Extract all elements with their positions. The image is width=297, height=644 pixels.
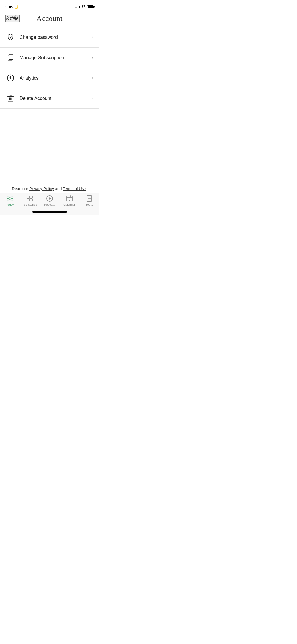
change-password-item[interactable]: Change password › <box>0 27 99 48</box>
svg-line-22 <box>8 200 8 201</box>
status-time: 5:05 🌙 <box>5 5 18 9</box>
status-icons <box>75 5 94 9</box>
chevron-icon: › <box>92 96 93 101</box>
tab-podcast[interactable]: Podca... <box>40 195 59 206</box>
svg-rect-35 <box>70 199 71 199</box>
svg-line-21 <box>12 196 12 197</box>
tab-top-stories[interactable]: Top Stories <box>20 195 40 206</box>
svg-rect-33 <box>68 199 68 199</box>
moon-icon: 🌙 <box>14 5 18 9</box>
svg-rect-25 <box>27 199 30 201</box>
layers-icon <box>6 53 15 62</box>
tab-today[interactable]: Today <box>0 195 20 206</box>
lock-shield-icon <box>6 33 15 42</box>
svg-marker-28 <box>49 197 51 200</box>
chevron-icon: › <box>92 76 93 80</box>
tab-bookmarks[interactable]: Boo... <box>79 195 99 206</box>
svg-rect-26 <box>30 199 32 201</box>
svg-rect-23 <box>27 196 30 198</box>
svg-point-14 <box>9 197 11 200</box>
chevron-icon: › <box>92 35 93 40</box>
today-icon <box>7 195 13 202</box>
svg-point-0 <box>83 8 84 8</box>
signal-icon <box>75 5 80 8</box>
calendar-label: Calendar <box>63 203 75 206</box>
wifi-icon <box>81 5 86 9</box>
trash-icon <box>6 94 15 103</box>
nav-header: &#� Account <box>0 12 99 27</box>
calendar-icon <box>66 195 73 202</box>
svg-rect-4 <box>9 54 13 59</box>
delete-account-item[interactable]: Delete Account › <box>0 88 99 109</box>
svg-rect-37 <box>69 200 70 201</box>
svg-rect-38 <box>87 196 92 201</box>
analytics-icon <box>6 73 15 83</box>
privacy-policy-link[interactable]: Privacy Policy <box>29 186 54 191</box>
top-stories-icon <box>26 195 33 202</box>
change-password-label: Change password <box>20 35 92 40</box>
back-button[interactable]: &#� <box>5 15 20 22</box>
bookmarks-label: Boo... <box>85 203 93 206</box>
manage-subscription-label: Manage Subscription <box>20 55 92 61</box>
svg-line-20 <box>12 200 12 201</box>
today-label: Today <box>6 203 14 206</box>
chevron-icon: › <box>92 55 93 60</box>
delete-account-label: Delete Account <box>20 96 92 101</box>
home-indicator <box>32 211 67 213</box>
battery-icon <box>87 5 94 8</box>
svg-line-19 <box>8 196 8 197</box>
bookmarks-icon <box>86 195 93 202</box>
privacy-footer: Read our Privacy Policy and Terms of Use… <box>0 186 99 191</box>
podcast-label: Podca... <box>44 203 55 206</box>
analytics-item[interactable]: Analytics › <box>0 68 99 88</box>
svg-rect-36 <box>68 200 68 201</box>
manage-subscription-item[interactable]: Manage Subscription › <box>0 48 99 68</box>
status-bar: 5:05 🌙 <box>0 0 99 12</box>
tab-calendar[interactable]: Calendar <box>59 195 79 206</box>
svg-rect-24 <box>30 196 32 198</box>
analytics-label: Analytics <box>20 75 92 81</box>
page-title: Account <box>36 14 62 23</box>
top-stories-label: Top Stories <box>22 203 37 206</box>
svg-rect-34 <box>69 199 70 199</box>
terms-of-use-link[interactable]: Terms of Use <box>63 186 86 191</box>
podcast-icon <box>46 195 53 202</box>
menu-list: Change password › Manage Subscription › … <box>0 27 99 109</box>
